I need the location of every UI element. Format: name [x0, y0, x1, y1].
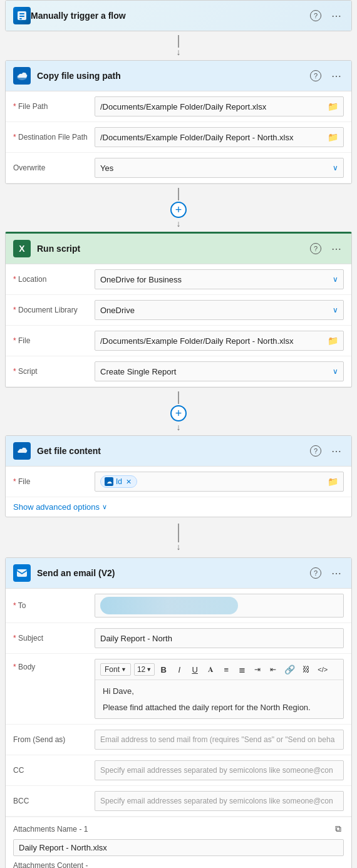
unlink-btn[interactable]: ⛓ [299, 664, 313, 675]
get-file-more-btn[interactable]: ⋯ [329, 444, 344, 458]
token-cloud-icon: ☁ [105, 477, 113, 486]
trigger-help-btn[interactable]: ? [308, 9, 324, 23]
help-icon: ? [310, 10, 321, 21]
file-id-token[interactable]: ☁ Id ✕ [100, 475, 137, 488]
file-path-row: File Path /Documents/Example Folder/Dail… [6, 91, 351, 122]
more-icon-5: ⋯ [331, 567, 341, 579]
script-value[interactable]: Create Single Report ∨ [95, 361, 344, 381]
help-icon-2: ? [310, 70, 321, 81]
overwrite-row: Overwrite Yes ∨ [6, 153, 351, 183]
underline-btn[interactable]: U [188, 664, 202, 676]
svg-rect-3 [19, 18, 22, 19]
copy-file-actions: ? ⋯ [308, 69, 344, 83]
show-advanced-btn[interactable]: Show advanced options ∨ [6, 497, 351, 517]
cc-input[interactable]: Specify email addresses separated by sem… [95, 760, 344, 780]
file-path-value[interactable]: /Documents/Example Folder/Daily Report.x… [95, 96, 344, 116]
size-select[interactable]: 12 ▼ [134, 663, 155, 676]
outlook-icon [13, 564, 31, 582]
code-btn[interactable]: </> [315, 664, 330, 674]
file-path-label: File Path [13, 102, 95, 111]
location-row: Location OneDrive for Business ∨ [6, 264, 351, 295]
copy-file-more-btn[interactable]: ⋯ [329, 69, 344, 83]
numbered-list-btn[interactable]: ≣ [235, 664, 249, 676]
trigger-icon [13, 7, 31, 24]
send-email-help-btn[interactable]: ? [308, 566, 324, 580]
token-close-btn[interactable]: ✕ [126, 478, 132, 486]
body-label: Body [13, 659, 95, 671]
svg-rect-5 [17, 569, 27, 577]
location-value[interactable]: OneDrive for Business ∨ [95, 269, 344, 289]
overwrite-value[interactable]: Yes ∨ [95, 158, 344, 178]
connector-3: + ↓ [0, 388, 357, 435]
indent-btn[interactable]: ⇥ [251, 664, 264, 675]
get-file-input-area[interactable]: ☁ Id ✕ 📁 [95, 472, 344, 492]
italic-btn[interactable]: I [172, 664, 186, 676]
excel-icon: X [13, 240, 31, 257]
doc-library-value[interactable]: OneDrive ∨ [95, 300, 344, 320]
size-dropdown-icon: ▼ [146, 666, 152, 673]
add-step-btn-1[interactable]: + [170, 202, 187, 218]
font-select[interactable]: Font ▼ [100, 663, 131, 676]
highlight-btn[interactable]: 𝐀 [204, 664, 217, 675]
get-file-file-row: File ☁ Id ✕ 📁 [6, 467, 351, 497]
location-label: Location [13, 275, 95, 284]
help-icon-4: ? [310, 445, 321, 457]
onedrive-icon-1 [13, 67, 31, 85]
flow-container: Manually trigger a flow ? ⋯ ↓ C [0, 0, 357, 868]
to-label: To [13, 601, 95, 610]
folder-icon-1: 📁 [328, 101, 338, 111]
get-file-actions: ? ⋯ [308, 444, 344, 458]
connector-line-2 [178, 188, 179, 200]
font-dropdown-icon: ▼ [121, 666, 127, 673]
bold-btn[interactable]: B [157, 664, 170, 676]
cc-placeholder: Specify email addresses separated by sem… [100, 766, 333, 775]
run-script-help-btn[interactable]: ? [308, 242, 324, 256]
trigger-header: Manually trigger a flow ? ⋯ [6, 1, 351, 31]
run-script-file-value[interactable]: /Documents/Example Folder/Daily Report -… [95, 331, 344, 351]
run-script-card: X Run script ? ⋯ Location OneDrive for B… [5, 232, 352, 388]
attachment-name-input[interactable] [13, 839, 344, 856]
run-script-more-btn[interactable]: ⋯ [329, 242, 344, 256]
bullet-list-btn[interactable]: ≡ [219, 664, 233, 676]
subject-value[interactable]: Daily Report - North [95, 628, 344, 648]
copy-file-title: Copy file using path [37, 71, 308, 81]
attachment-name-label: Attachments Name - 1 ⧉ [13, 822, 344, 835]
down-arrow-1: ↓ [177, 48, 181, 56]
svg-rect-1 [19, 13, 24, 14]
cc-label: CC [13, 766, 95, 775]
script-dropdown-icon: ∨ [333, 367, 338, 376]
send-email-title: Send an email (V2) [37, 568, 308, 578]
trigger-more-btn[interactable]: ⋯ [329, 9, 344, 23]
link-btn[interactable]: 🔗 [282, 663, 298, 676]
get-file-card: Get file content ? ⋯ File ☁ Id ✕ 📁 [5, 435, 352, 517]
email-toolbar: Font ▼ 12 ▼ B I U 𝐀 ≡ ≣ ⇥ ⇤ 🔗 [95, 659, 343, 680]
get-file-label: File [13, 477, 95, 486]
send-email-more-btn[interactable]: ⋯ [329, 566, 344, 581]
add-step-btn-2[interactable]: + [170, 405, 187, 421]
trigger-title: Manually trigger a flow [31, 11, 308, 21]
location-dropdown-icon: ∨ [333, 275, 338, 284]
copy-file-help-btn[interactable]: ? [308, 69, 324, 83]
help-icon-3: ? [310, 243, 321, 254]
get-file-header: Get file content ? ⋯ [6, 436, 351, 467]
send-email-actions: ? ⋯ [308, 566, 344, 581]
from-placeholder: Email address to send mail from (require… [100, 735, 334, 744]
more-icon-4: ⋯ [331, 445, 341, 457]
script-label: Script [13, 367, 95, 376]
bcc-row: BCC Specify email addresses separated by… [6, 786, 351, 817]
email-body-content[interactable]: Hi Dave, Please find attached the daily … [95, 680, 343, 718]
trigger-actions: ? ⋯ [308, 9, 344, 23]
send-email-card: Send an email (V2) ? ⋯ To Subject Daily … [5, 557, 352, 868]
attachments-section: Attachments Name - 1 ⧉ Attachments Conte… [6, 817, 351, 868]
folder-icon-2: 📁 [328, 132, 338, 142]
attachment-copy-btn[interactable]: ⧉ [333, 822, 344, 835]
attachment-content-label: Attachments Content - 1 [13, 861, 344, 868]
to-input[interactable] [95, 594, 344, 617]
down-arrow-2: ↓ [177, 219, 181, 228]
from-input[interactable]: Email address to send mail from (require… [95, 730, 344, 750]
outdent-btn[interactable]: ⇤ [266, 664, 280, 675]
dest-path-value[interactable]: /Documents/Example Folder/Daily Report -… [95, 127, 344, 147]
run-script-file-label: File [13, 336, 95, 345]
get-file-help-btn[interactable]: ? [308, 444, 324, 458]
bcc-input[interactable]: Specify email addresses separated by sem… [95, 791, 344, 811]
